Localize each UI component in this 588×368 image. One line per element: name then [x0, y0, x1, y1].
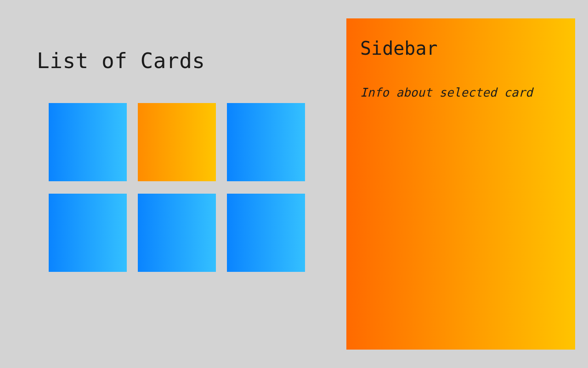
card-item[interactable]: [138, 194, 216, 272]
sidebar-panel: Sidebar Info about selected card: [346, 18, 575, 350]
card-item[interactable]: [49, 103, 127, 181]
card-item[interactable]: [227, 194, 305, 272]
card-item[interactable]: [138, 103, 216, 181]
sidebar-info: Info about selected card: [360, 86, 561, 99]
card-grid: [49, 103, 305, 272]
sidebar-title: Sidebar: [360, 38, 561, 59]
card-item[interactable]: [49, 194, 127, 272]
main-title: List of Cards: [37, 48, 305, 73]
main-panel: List of Cards: [37, 48, 305, 272]
card-item[interactable]: [227, 103, 305, 181]
